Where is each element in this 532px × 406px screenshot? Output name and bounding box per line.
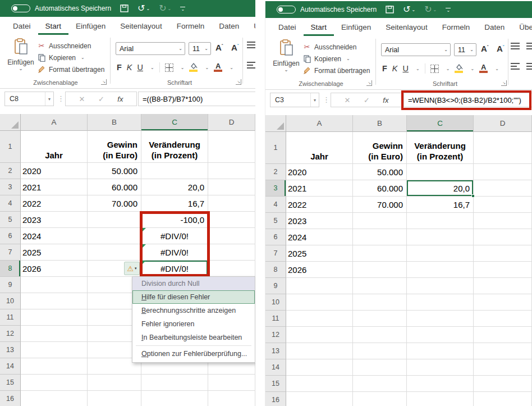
cancel-icon[interactable]: ✕: [345, 96, 351, 104]
row-header-1[interactable]: 1: [265, 132, 286, 164]
quick-access-toolbar-chevron-icon[interactable]: ⌄: [180, 7, 185, 11]
formula-input[interactable]: =((B8-B7)/B7*100): [138, 92, 255, 106]
autosave-toggle[interactable]: [11, 4, 30, 12]
cell-A6[interactable]: 2024: [286, 229, 353, 245]
font-color-button[interactable]: A: [479, 64, 488, 73]
name-box-dropdown-icon[interactable]: ▾: [45, 92, 53, 106]
cell-C16[interactable]: [407, 392, 474, 406]
font-size-dropdown-icon[interactable]: ⌄: [467, 47, 476, 52]
cell-C5[interactable]: [407, 213, 474, 229]
column-header-D[interactable]: D: [474, 115, 532, 132]
cell-A7[interactable]: 2025: [21, 244, 88, 261]
align-middle-icon[interactable]: [526, 43, 532, 49]
cell-D1[interactable]: [208, 131, 255, 163]
font-name-combobox[interactable]: Arial ⌄: [116, 42, 185, 55]
error-options-button[interactable]: ⚠ ▾: [124, 262, 140, 275]
cell-A16[interactable]: [286, 392, 353, 406]
error-menu-item[interactable]: Fehler ignorieren: [132, 317, 255, 331]
cell-C3[interactable]: 20,0: [407, 180, 474, 197]
cell-B13[interactable]: [353, 343, 407, 359]
row-header-12[interactable]: 12: [265, 327, 286, 343]
tab-daten[interactable]: Daten: [212, 17, 246, 35]
insert-function-icon[interactable]: fx: [383, 96, 388, 104]
fill-color-dropdown-icon[interactable]: ⌄: [470, 66, 474, 71]
cell-D8[interactable]: [474, 262, 532, 278]
cell-B11[interactable]: [353, 311, 407, 327]
row-header-6[interactable]: 6: [265, 229, 286, 245]
cell-C9[interactable]: [407, 278, 474, 294]
row-header-5[interactable]: 5: [0, 212, 21, 228]
underline-button[interactable]: U: [137, 63, 143, 72]
cell-D14[interactable]: [474, 359, 532, 376]
cell-B8[interactable]: [353, 262, 407, 278]
row-header-3[interactable]: 3: [265, 180, 286, 197]
cell-B4[interactable]: 70.000: [353, 197, 407, 213]
cell-A3[interactable]: 2021: [21, 179, 88, 195]
format-painter-button[interactable]: Format übertragen: [302, 65, 370, 76]
column-header-D[interactable]: D: [208, 114, 255, 131]
clipboard-dialog-launcher-icon[interactable]: [366, 80, 372, 86]
enter-icon[interactable]: ✓: [364, 96, 370, 104]
cell-C4[interactable]: 16,7: [141, 195, 208, 212]
cell-D4[interactable]: [208, 195, 255, 212]
cell-C6[interactable]: [407, 229, 474, 245]
row-header-2[interactable]: 2: [265, 164, 286, 180]
italic-button[interactable]: K: [127, 63, 132, 72]
cell-B16[interactable]: [88, 391, 141, 406]
row-header-9[interactable]: 9: [265, 278, 286, 294]
cell-A8[interactable]: 2026: [286, 262, 353, 278]
row-header-14[interactable]: 14: [265, 359, 286, 376]
row-header-13[interactable]: 13: [0, 342, 21, 358]
cell-D7[interactable]: [208, 244, 255, 261]
save-icon[interactable]: [120, 4, 129, 12]
tab-formeln[interactable]: Formeln: [169, 17, 212, 35]
decrease-font-size-button[interactable]: Aˇ: [231, 43, 239, 52]
name-box[interactable]: C3 ▾: [270, 93, 319, 107]
enter-icon[interactable]: ✓: [98, 95, 104, 103]
cut-button[interactable]: ✂ Ausschneiden: [302, 41, 370, 53]
alignment-buttons[interactable]: [511, 43, 520, 83]
cell-C2[interactable]: [141, 163, 208, 179]
cell-D2[interactable]: [474, 164, 532, 180]
cell-B5[interactable]: [88, 212, 141, 228]
row-header-8[interactable]: 8: [0, 261, 21, 277]
copy-button[interactable]: Kopieren ⌄: [37, 52, 104, 63]
cell-C10[interactable]: [407, 294, 474, 311]
cell-D5[interactable]: [208, 212, 255, 228]
underline-dropdown-icon[interactable]: ⌄: [416, 66, 420, 71]
cell-C3[interactable]: 20,0: [141, 179, 208, 195]
cell-C7[interactable]: [407, 245, 474, 262]
cell-A6[interactable]: 2024: [21, 228, 88, 244]
cell-D12[interactable]: [474, 327, 532, 343]
tab-einfuegen[interactable]: Einfügen: [334, 18, 378, 36]
tab-daten[interactable]: Daten: [477, 18, 512, 36]
tab-start[interactable]: Start: [304, 18, 334, 36]
row-header-11[interactable]: 11: [265, 311, 286, 327]
font-size-combobox[interactable]: 11 ⌄: [189, 42, 211, 55]
cell-A1[interactable]: Jahr: [286, 132, 353, 164]
cell-A8[interactable]: 2026: [21, 261, 88, 277]
font-name-dropdown-icon[interactable]: ⌄: [176, 46, 185, 51]
row-header-6[interactable]: 6: [0, 228, 21, 244]
column-header-C[interactable]: C: [141, 114, 208, 131]
cell-C15[interactable]: [141, 375, 208, 391]
cell-D8[interactable]: [208, 261, 255, 277]
borders-icon[interactable]: [430, 65, 439, 73]
cell-C15[interactable]: [407, 376, 474, 392]
cell-D7[interactable]: [474, 245, 532, 262]
font-name-combobox[interactable]: Arial ⌄: [381, 43, 451, 56]
name-box-dropdown-icon[interactable]: ▾: [310, 93, 319, 107]
cell-B2[interactable]: 50.000: [88, 163, 141, 179]
column-header-C[interactable]: C: [407, 115, 474, 132]
cell-B12[interactable]: [353, 327, 407, 343]
tab-seitenlayout[interactable]: Seitenlayout: [378, 18, 434, 36]
borders-icon[interactable]: [165, 63, 173, 72]
cell-D15[interactable]: [474, 376, 532, 392]
cell-A5[interactable]: 2023: [21, 212, 88, 228]
quick-access-toolbar-chevron-icon[interactable]: ⌄: [446, 8, 451, 12]
row-header-4[interactable]: 4: [0, 195, 21, 212]
cell-A14[interactable]: [21, 358, 88, 375]
cell-D5[interactable]: [474, 213, 532, 229]
cell-A10[interactable]: [21, 293, 88, 309]
select-all-corner[interactable]: [265, 115, 286, 132]
